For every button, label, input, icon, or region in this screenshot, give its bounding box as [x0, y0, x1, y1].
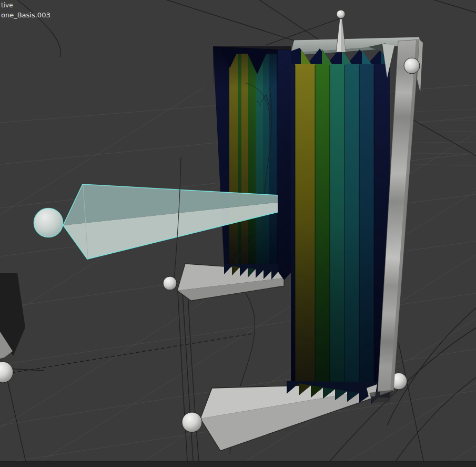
statusbar-strip[interactable] [0, 461, 476, 467]
bone-bottom-head-sphere[interactable] [182, 412, 202, 432]
bone-selected-head-sphere[interactable] [34, 208, 63, 237]
pleat-stripes-right[interactable] [291, 64, 390, 398]
bone-needle-joint-sphere[interactable] [337, 10, 345, 18]
pleats-bottom-shadow [291, 221, 390, 398]
viewport-3d[interactable]: tive one_Basis.003 [0, 0, 476, 467]
pleat-navy-column[interactable] [278, 49, 291, 280]
bone-tail-sphere-top[interactable] [404, 58, 420, 74]
bone-middle-head-sphere[interactable] [163, 276, 177, 290]
viewport-perspective-label: tive [1, 2, 13, 9]
viewport-active-object-label: one_Basis.003 [1, 11, 50, 19]
